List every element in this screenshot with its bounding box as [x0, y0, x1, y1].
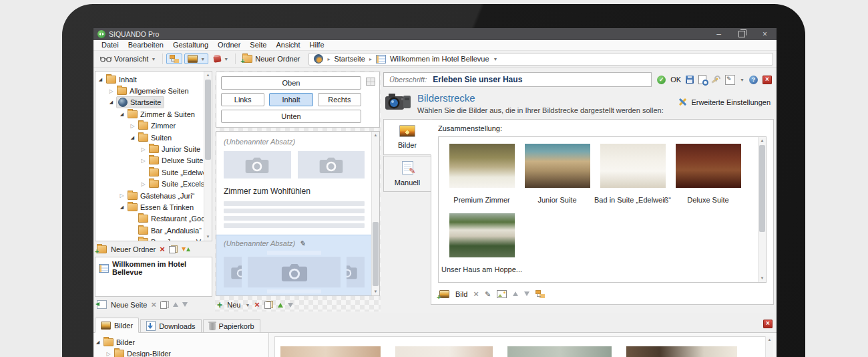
tree-item-zimmer[interactable]: ▷Zimmer [96, 120, 204, 132]
media-tree-bilder[interactable]: ◢Bilder [93, 336, 268, 348]
breadcrumb-page[interactable]: Willkommen im Hotel Bellevue [390, 55, 489, 63]
copy-folder-icon[interactable] [169, 245, 178, 253]
preview-button[interactable]: Voransicht ▼ [97, 53, 159, 64]
menu-datei[interactable]: Datei [97, 40, 124, 50]
tree-item-allgemeine-seiten[interactable]: ▷Allgemeine Seiten [96, 85, 204, 96]
scrollbar-thumb[interactable] [759, 145, 765, 232]
scroll-down-icon[interactable]: ▼ [204, 233, 212, 241]
scroll-down-icon[interactable]: ▼ [372, 288, 379, 295]
sort-icon[interactable] [182, 247, 190, 251]
ok-label[interactable]: OK [670, 76, 681, 84]
dock-tab-papierkorb[interactable]: Papierkorb [203, 319, 260, 332]
delete-paragraph-icon[interactable]: × [254, 302, 260, 308]
menu-ordner[interactable]: Ordner [213, 40, 245, 50]
collapsed-icon[interactable]: ▷ [140, 181, 146, 187]
tab-manuell[interactable]: Manuell [383, 156, 431, 192]
move-up-icon[interactable] [173, 302, 178, 307]
restore-icon[interactable] [738, 31, 745, 37]
expanded-icon[interactable]: ◢ [119, 205, 125, 210]
layout-center-button[interactable]: Inhalt [269, 93, 312, 106]
media-thumbnail[interactable] [280, 346, 381, 357]
tree-scrollbar[interactable]: ▲▼ [204, 72, 212, 241]
media-thumbnail[interactable] [507, 346, 612, 357]
tree-item-suiten[interactable]: ◢Suiten [96, 132, 204, 143]
menu-hilfe[interactable]: Hilfe [305, 40, 329, 50]
tree-item-zimmer-suiten[interactable]: ◢Zimmer & Suiten [96, 108, 204, 120]
paragraph-1[interactable]: (Unbenannter Absatz) Zimmer zum Wohlfühl… [216, 132, 372, 233]
minimize-icon[interactable]: – [716, 28, 721, 40]
chevron-down-icon[interactable]: ▼ [245, 303, 250, 308]
edit-mode-icon[interactable] [725, 75, 735, 85]
move-down-icon[interactable] [182, 302, 188, 307]
copy-page-icon[interactable] [160, 301, 169, 309]
save-icon[interactable] [686, 76, 694, 84]
collapsed-icon[interactable]: ▷ [140, 146, 146, 152]
tree-item-suite-edelweiss[interactable]: Suite „Edelweiß“ [96, 166, 204, 178]
ok-icon[interactable] [657, 76, 666, 84]
tree-item-inhalt[interactable]: ◢Inhalt [96, 74, 204, 85]
breadcrumb-startseite[interactable]: Startseite [334, 55, 365, 63]
images-toggle-button[interactable]: ▼ [184, 53, 208, 64]
move-down-icon[interactable] [524, 291, 529, 296]
media-thumbnail[interactable] [395, 346, 493, 357]
media-tree-design-bilder[interactable]: ▷Design-Bilder [93, 348, 268, 357]
layout-top-button[interactable]: Oben [221, 76, 361, 90]
page-list-item[interactable]: Willkommen im Hotel Bellevue [99, 260, 208, 276]
close-icon[interactable]: × [763, 28, 767, 40]
new-page-icon[interactable] [97, 300, 107, 309]
collection-image[interactable]: Deluxe Suite [670, 144, 746, 207]
dock-tab-downloads[interactable]: Downloads [140, 319, 201, 332]
move-up-icon[interactable] [513, 291, 518, 296]
add-image-label[interactable]: Bild [455, 290, 467, 298]
scroll-down-icon[interactable]: ▼ [758, 275, 766, 282]
expanded-icon[interactable]: ◢ [97, 77, 103, 82]
menu-gestaltung[interactable]: Gestaltung [168, 40, 213, 50]
collapsed-icon[interactable]: ▷ [105, 351, 112, 357]
edit-image-icon[interactable]: ✎ [485, 291, 491, 298]
sitemap-toggle-button[interactable] [166, 53, 182, 64]
help-icon[interactable] [749, 76, 758, 84]
design-button[interactable]: ▼ [210, 55, 232, 64]
preview-page-icon[interactable] [698, 75, 706, 84]
remove-image-icon[interactable]: × [473, 291, 479, 298]
add-icon[interactable]: + [217, 301, 222, 309]
collapsed-icon[interactable]: ▷ [130, 123, 136, 129]
paragraph-2-selected[interactable]: (Unbenannter Absatz) ✎ [216, 235, 372, 296]
tree-item-deluxe-suite[interactable]: ▷Deluxe Suite [96, 155, 204, 166]
expanded-icon[interactable]: ◢ [130, 135, 136, 140]
tree-item-suite-excelsior[interactable]: ▷Suite „Excelsior“ [96, 178, 204, 190]
site-root-icon[interactable] [314, 54, 323, 64]
menu-seite[interactable]: Seite [245, 40, 271, 50]
new-folder-label[interactable]: Neuer Ordner [111, 245, 156, 253]
tab-bilder[interactable]: Bilder [383, 119, 431, 155]
new-folder-button[interactable]: Neuer Ordner [239, 53, 303, 64]
tree-item-junior-suite[interactable]: ▷Junior Suite [96, 143, 204, 154]
media-thumbnail[interactable] [626, 346, 737, 357]
wrench-icon[interactable] [711, 76, 720, 84]
scroll-up-icon[interactable]: ▲ [372, 132, 379, 139]
expanded-icon[interactable]: ◢ [108, 100, 114, 105]
collection-image[interactable]: Unser Haus am Hoppe... [444, 213, 519, 277]
tree-item-gaestehaus-juri[interactable]: ▷Gästehaus „Juri“ [96, 190, 204, 201]
dock-tab-bilder[interactable]: Bilder [95, 318, 139, 333]
collection-scrollbar[interactable]: ▲▼ [758, 137, 766, 282]
paragraph-scrollbar[interactable]: ▲▼ [371, 132, 379, 295]
scroll-up-icon[interactable]: ▲ [758, 137, 766, 144]
move-up-icon[interactable] [278, 303, 283, 308]
layout-bottom-button[interactable]: Unten [221, 110, 361, 123]
move-down-icon[interactable] [288, 303, 293, 308]
collapsed-icon[interactable]: ▷ [140, 158, 146, 164]
new-page-label[interactable]: Neue Seite [111, 301, 147, 309]
scrollbar-thumb[interactable] [373, 222, 379, 286]
tree-item-restaurant-gockel[interactable]: Restaurant „Gockel“ [96, 213, 204, 225]
collection-image[interactable]: Premium Zimmer [444, 144, 519, 207]
image-export-icon[interactable] [497, 290, 507, 298]
new-folder-icon[interactable] [97, 245, 107, 253]
layout-left-button[interactable]: Links [221, 93, 264, 106]
chevron-down-icon[interactable]: ▼ [740, 78, 744, 82]
collapsed-icon[interactable]: ▷ [119, 193, 125, 199]
scroll-up-icon[interactable]: ▲ [204, 72, 212, 79]
menu-bearbeiten[interactable]: Bearbeiten [124, 40, 168, 50]
collection-image[interactable]: Junior Suite [519, 144, 595, 207]
expanded-icon[interactable]: ◢ [95, 340, 101, 345]
